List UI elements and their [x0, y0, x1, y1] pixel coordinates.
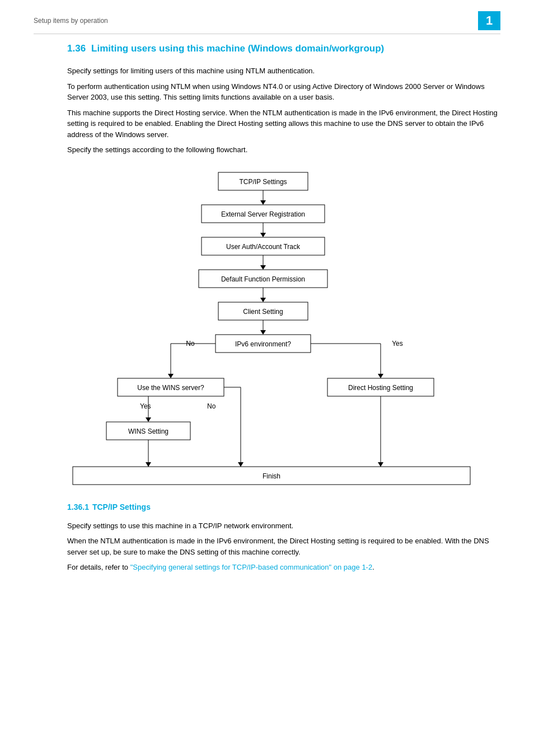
chapter-badge: 1 — [478, 11, 500, 30]
svg-marker-3 — [260, 200, 266, 205]
flowchart: TCP/IP Settings External Server Registra… — [67, 167, 487, 491]
svg-marker-15 — [260, 298, 266, 302]
section-136-heading: 1.36 Limiting users using this machine (… — [67, 43, 500, 60]
svg-text:WINS Setting: WINS Setting — [128, 428, 168, 435]
breadcrumb: Setup items by operation — [34, 17, 108, 25]
svg-text:TCP/IP Settings: TCP/IP Settings — [239, 178, 287, 186]
svg-marker-7 — [260, 233, 266, 237]
section-136-para1: Specify settings for limiting users of t… — [67, 65, 500, 77]
section-1361-para2: When the NTLM authentication is made in … — [67, 536, 500, 557]
section-136-para2: To perform authentication using NTLM whe… — [67, 81, 500, 103]
svg-marker-51 — [378, 462, 383, 467]
header-bar: Setup items by operation 1 — [34, 11, 500, 34]
section-136-para3: This machine supports the Direct Hosting… — [67, 107, 500, 140]
svg-text:Yes: Yes — [392, 340, 403, 348]
section-1361-para3-suffix: . — [372, 563, 374, 571]
page: Setup items by operation 1 1.36 Limiting… — [0, 0, 534, 756]
svg-text:Default Function Permission: Default Function Permission — [221, 275, 305, 283]
section-1361-para3-prefix: For details, refer to — [67, 563, 130, 571]
svg-marker-29 — [378, 374, 383, 378]
section-1361-heading: 1.36.1 TCP/IP Settings — [67, 503, 500, 516]
svg-marker-25 — [168, 374, 174, 378]
section-1361-number: 1.36.1 — [67, 503, 89, 511]
svg-marker-19 — [260, 330, 266, 335]
section-1361-para1: Specify settings to use this machine in … — [67, 520, 500, 532]
section-1361-title: TCP/IP Settings — [92, 503, 151, 511]
svg-marker-11 — [260, 265, 266, 270]
svg-marker-50 — [238, 462, 243, 467]
svg-text:Finish: Finish — [263, 472, 280, 480]
svg-text:Client Setting: Client Setting — [243, 308, 283, 316]
svg-text:No: No — [207, 402, 216, 410]
section-1361-para3: For details, refer to "Specifying genera… — [67, 562, 500, 573]
svg-text:User Auth/Account Track: User Auth/Account Track — [226, 243, 301, 251]
section-1361-para3-link[interactable]: "Specifying general settings for TCP/IP-… — [130, 563, 372, 571]
svg-marker-49 — [146, 462, 151, 467]
svg-marker-36 — [146, 417, 151, 422]
svg-text:IPv6 environment?: IPv6 environment? — [235, 340, 291, 348]
section-136-para4: Specify the settings according to the fo… — [67, 144, 500, 156]
svg-text:Yes: Yes — [140, 402, 151, 410]
svg-text:Use the WINS server?: Use the WINS server? — [137, 384, 204, 392]
section-136-number: 1.36 — [67, 43, 86, 54]
svg-text:Direct Hosting Setting: Direct Hosting Setting — [348, 384, 413, 392]
svg-text:External Server Registration: External Server Registration — [221, 210, 305, 218]
section-136-title: Limiting users using this machine (Windo… — [91, 43, 384, 54]
